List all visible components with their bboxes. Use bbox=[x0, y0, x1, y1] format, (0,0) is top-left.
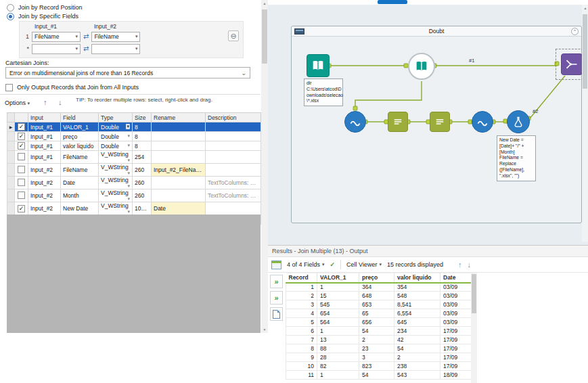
field-checkbox[interactable] bbox=[18, 133, 25, 140]
dynamic-input-macro-tool[interactable] bbox=[408, 53, 435, 80]
field-checkbox[interactable] bbox=[18, 205, 25, 212]
join-multiple-tool[interactable] bbox=[561, 53, 583, 75]
tool-container-doubt[interactable]: Doubt ⌃ bbox=[291, 26, 582, 223]
field-checkbox[interactable] bbox=[18, 153, 25, 160]
results-column-header[interactable]: VALOR_1 bbox=[317, 273, 359, 283]
row-selector[interactable] bbox=[7, 177, 15, 189]
cell-rename[interactable] bbox=[152, 132, 206, 141]
cell-size[interactable]: 260 bbox=[133, 164, 152, 177]
result-row[interactable]: 1115454318/09 bbox=[286, 371, 472, 380]
field-row[interactable]: Input_#2MonthV_WString▾260TextToColumns:… bbox=[7, 189, 261, 202]
cell-size[interactable]: 8 bbox=[133, 141, 152, 151]
cleanse-macro-tool-2[interactable] bbox=[472, 111, 493, 133]
result-row[interactable]: 556465664503/09 bbox=[286, 318, 472, 327]
scrollbar-thumb[interactable] bbox=[472, 274, 476, 313]
cell-type[interactable]: Double▾ bbox=[99, 141, 133, 151]
results-column-header[interactable]: Date bbox=[440, 273, 472, 283]
results-column-header[interactable]: valor liquido bbox=[394, 273, 440, 283]
row-selector[interactable] bbox=[7, 132, 15, 141]
scroll-up-icon[interactable]: ▲ bbox=[261, 1, 268, 5]
cell-description[interactable] bbox=[206, 122, 261, 132]
result-row[interactable]: 35456538,54103/09 bbox=[286, 300, 472, 309]
result-row[interactable]: 9283217/09 bbox=[286, 353, 472, 362]
cell-description[interactable] bbox=[206, 202, 261, 215]
output-anchor-button[interactable] bbox=[270, 307, 283, 321]
field-checkbox[interactable] bbox=[18, 192, 25, 199]
cell-size[interactable]: 107... bbox=[133, 202, 152, 215]
field-row[interactable]: ▶Input_#1VALOR_1Double▾8 bbox=[7, 122, 261, 132]
field-checkbox[interactable] bbox=[18, 166, 25, 173]
only-output-join-checkbox[interactable]: Only Output Records that Join from All I… bbox=[5, 83, 139, 91]
field-row[interactable]: Input_#2FileNameV_WString▾260Input_#2_Fi… bbox=[7, 164, 261, 177]
result-row[interactable]: 888235417/09 bbox=[286, 344, 472, 353]
results-column-header[interactable]: preço bbox=[359, 273, 394, 283]
radio-join-by-record-position[interactable]: Join by Record Position bbox=[7, 3, 83, 12]
grid-column-header[interactable]: Description bbox=[206, 113, 261, 122]
formula-macro-tool[interactable] bbox=[507, 110, 530, 133]
grid-column-header[interactable]: Input bbox=[28, 113, 61, 122]
cell-size[interactable]: 254 bbox=[133, 151, 152, 164]
join-field-select-left[interactable]: ▾ bbox=[32, 44, 81, 54]
cell-rename[interactable] bbox=[152, 151, 206, 164]
radio-join-by-specific-fields[interactable]: Join by Specific Fields bbox=[7, 12, 78, 20]
row-selector[interactable] bbox=[7, 141, 15, 151]
field-row[interactable]: Input_#1valor liquidoDouble▾8 bbox=[7, 141, 261, 151]
scroll-down-icon[interactable]: ▼ bbox=[261, 328, 268, 332]
field-checkbox[interactable] bbox=[18, 142, 25, 150]
cell-viewer-dropdown[interactable]: Cell Viewer ▾ bbox=[346, 261, 382, 268]
table-icon[interactable] bbox=[271, 261, 281, 269]
scroll-up-icon[interactable]: ▲ bbox=[582, 6, 588, 10]
previous-record-button[interactable]: ↑ bbox=[458, 261, 462, 269]
field-row[interactable]: Input_#2DateV_WString▾260TextToColumns: … bbox=[7, 177, 261, 189]
cell-description[interactable] bbox=[206, 151, 261, 164]
cell-type[interactable]: V_WString▾ bbox=[99, 151, 133, 164]
next-record-button[interactable]: ↓ bbox=[468, 261, 472, 269]
input-anchor-1-button[interactable]: » bbox=[270, 275, 283, 288]
left-panel-scrollbar[interactable]: ▲ ▼ bbox=[261, 0, 268, 333]
cell-rename[interactable] bbox=[152, 141, 206, 151]
results-scrollbar[interactable] bbox=[471, 273, 477, 383]
cell-rename[interactable] bbox=[152, 189, 206, 202]
cell-size[interactable]: 8 bbox=[133, 132, 152, 141]
field-checkbox[interactable] bbox=[18, 123, 25, 131]
result-row[interactable]: 108282323817/09 bbox=[286, 362, 472, 371]
results-column-header[interactable]: Record bbox=[286, 273, 317, 283]
cell-type[interactable]: V_WString▾ bbox=[99, 164, 133, 177]
field-checkbox[interactable] bbox=[18, 179, 25, 186]
canvas-scrollbar[interactable]: ▲ bbox=[582, 5, 588, 242]
cell-rename[interactable]: Input_#2_FileName bbox=[152, 164, 206, 177]
cell-type[interactable]: Double▾ bbox=[99, 122, 133, 132]
result-row[interactable]: 1136435403/09 bbox=[286, 283, 472, 292]
cell-type[interactable]: V_WString▾ bbox=[99, 177, 133, 189]
grid-column-header[interactable]: Field bbox=[61, 113, 99, 122]
join-field-select-left[interactable]: FileName▾ bbox=[32, 32, 81, 42]
field-row[interactable]: Input_#1FileNameV_WString▾254 bbox=[7, 151, 261, 164]
cell-rename[interactable]: Date bbox=[152, 202, 206, 215]
scrollbar-thumb[interactable] bbox=[262, 9, 267, 64]
workflow-canvas[interactable]: Doubt ⌃ bbox=[268, 0, 588, 245]
cell-rename[interactable] bbox=[152, 177, 206, 189]
result-row[interactable]: 4654656,55403/09 bbox=[286, 309, 472, 318]
result-row[interactable]: 71324217/09 bbox=[286, 336, 472, 344]
result-row[interactable]: 615423417/09 bbox=[286, 327, 472, 336]
field-row[interactable]: Input_#1preçoDouble▾8 bbox=[7, 132, 261, 141]
scrollbar-thumb[interactable] bbox=[583, 14, 587, 89]
row-selector[interactable]: ▶ bbox=[7, 122, 15, 132]
cell-size[interactable]: 8 bbox=[133, 122, 152, 132]
cell-description[interactable] bbox=[206, 132, 261, 141]
row-selector[interactable] bbox=[7, 151, 15, 164]
fields-filter-dropdown[interactable]: 4 of 4 Fields ▾ bbox=[287, 261, 325, 268]
remove-join-row-button[interactable]: ⊖ bbox=[228, 30, 239, 41]
move-up-button[interactable]: ↑ bbox=[43, 98, 47, 106]
formula-tool-2[interactable] bbox=[430, 112, 450, 132]
row-selector[interactable] bbox=[7, 164, 15, 177]
cell-type[interactable]: Double▾ bbox=[99, 132, 133, 141]
cell-type[interactable]: V_WString▾ bbox=[99, 189, 133, 202]
grid-column-header[interactable]: Type bbox=[99, 113, 133, 122]
join-field-select-right[interactable]: ▾ bbox=[91, 44, 140, 54]
collapse-container-button[interactable]: ⌃ bbox=[571, 28, 579, 35]
join-field-select-right[interactable]: FileName▾ bbox=[91, 32, 140, 42]
cell-size[interactable]: 260 bbox=[133, 189, 152, 202]
container-title-bar[interactable]: Doubt ⌃ bbox=[292, 26, 581, 37]
cell-size[interactable]: 260 bbox=[133, 177, 152, 189]
